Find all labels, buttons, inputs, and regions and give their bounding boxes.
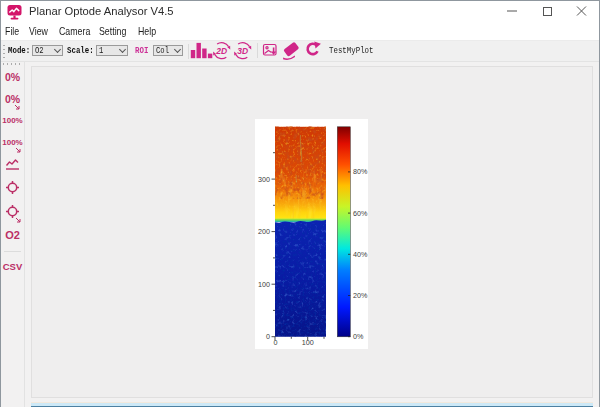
svg-text:200: 200 (258, 227, 270, 236)
svg-text:3D: 3D (237, 46, 248, 56)
svg-text:2D: 2D (215, 46, 227, 56)
svg-text:80%: 80% (353, 167, 368, 176)
svg-text:0: 0 (274, 338, 278, 347)
svg-text:0%: 0% (353, 332, 364, 341)
svg-text:60%: 60% (353, 209, 368, 218)
svg-text:40%: 40% (353, 250, 368, 259)
svg-text:300: 300 (258, 175, 270, 184)
svg-text:20%: 20% (353, 291, 368, 300)
svg-text:0: 0 (266, 332, 270, 341)
svg-text:100: 100 (258, 280, 270, 289)
svg-text:100: 100 (302, 338, 314, 347)
